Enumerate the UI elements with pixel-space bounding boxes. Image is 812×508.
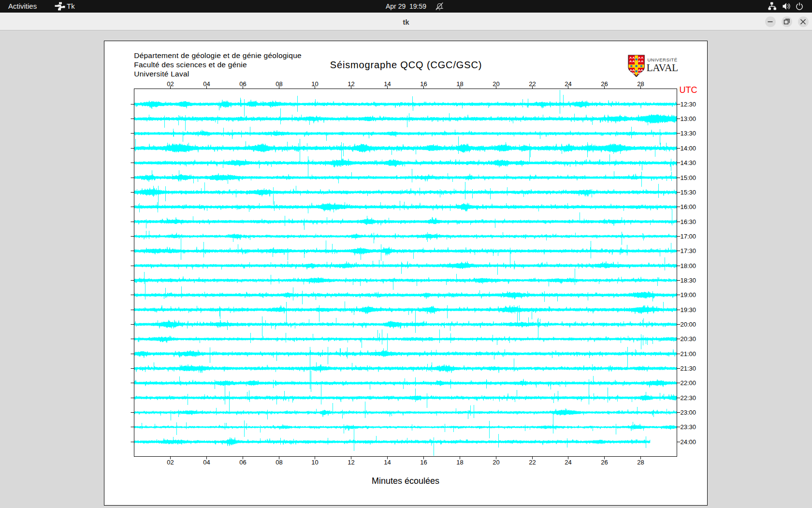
svg-text:20: 20 [493,459,499,466]
svg-text:13:30: 13:30 [681,130,696,137]
svg-text:04: 04 [203,459,210,466]
svg-text:20:30: 20:30 [681,335,696,343]
svg-text:12:30: 12:30 [681,101,696,108]
svg-text:18:30: 18:30 [681,277,696,284]
svg-text:10: 10 [311,459,318,466]
svg-text:18: 18 [456,459,463,466]
svg-text:19:30: 19:30 [681,306,696,314]
svg-text:UTC: UTC [680,85,697,95]
svg-text:17:00: 17:00 [681,233,696,240]
svg-text:22:30: 22:30 [681,394,696,402]
svg-text:13:00: 13:00 [681,115,696,122]
svg-text:Minutes écoulées: Minutes écoulées [372,476,439,486]
svg-text:16:00: 16:00 [681,203,696,210]
svg-text:21:00: 21:00 [681,350,696,358]
svg-text:16: 16 [420,459,427,466]
svg-text:22:00: 22:00 [681,379,696,387]
svg-text:14: 14 [384,459,391,466]
svg-text:Séismographe QCQ (CGC/GSC): Séismographe QCQ (CGC/GSC) [330,60,482,70]
svg-text:06: 06 [239,459,246,466]
svg-text:24:00: 24:00 [681,438,696,446]
svg-text:28: 28 [637,459,644,466]
svg-text:14:00: 14:00 [681,145,696,152]
svg-text:08: 08 [276,459,282,466]
svg-text:12: 12 [348,459,354,466]
svg-text:02: 02 [167,459,174,466]
svg-text:19:00: 19:00 [681,291,696,299]
svg-text:20:00: 20:00 [681,321,696,328]
svg-text:16:30: 16:30 [681,218,696,225]
svg-text:18:00: 18:00 [681,262,696,269]
svg-text:23:30: 23:30 [681,423,696,431]
svg-text:Faculté des sciences et de gén: Faculté des sciences et de génie [134,60,247,69]
svg-text:15:00: 15:00 [681,174,696,181]
svg-text:17:30: 17:30 [681,247,696,254]
svg-text:LAVAL: LAVAL [647,62,678,74]
svg-text:22: 22 [529,459,536,466]
svg-text:Université Laval: Université Laval [134,70,189,78]
svg-text:14:30: 14:30 [681,159,696,166]
svg-text:23:00: 23:00 [681,409,696,416]
svg-text:24: 24 [565,459,571,466]
svg-text:21:30: 21:30 [681,365,696,372]
svg-text:Département de géologie et de: Département de géologie et de génie géol… [134,51,302,60]
svg-text:15:30: 15:30 [681,189,696,196]
svg-text:26: 26 [601,459,608,466]
